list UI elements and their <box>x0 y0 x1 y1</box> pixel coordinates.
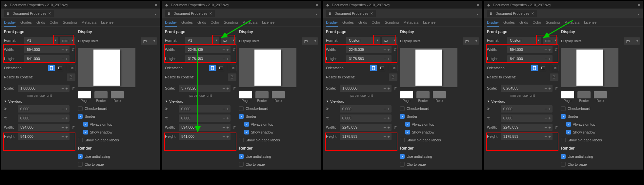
viewbox-header[interactable]: ▼Viewbox <box>487 99 558 103</box>
border-color-swatch[interactable] <box>416 91 430 98</box>
use-antialiasing-checkbox[interactable]: ✓ <box>561 154 566 159</box>
minus-icon[interactable]: − <box>61 107 64 112</box>
checkerboard-checkbox[interactable] <box>400 106 405 111</box>
orientation-portrait-button[interactable] <box>531 65 538 71</box>
show-shadow-checkbox[interactable]: ✓ <box>244 130 249 134</box>
display-units-dropdown[interactable]: px▼ <box>463 37 479 45</box>
resize-to-content-button[interactable]: 🗋 <box>550 73 558 81</box>
orientation-pages-button[interactable]: ⧉ <box>69 65 75 71</box>
desk-color-swatch[interactable] <box>272 91 285 98</box>
chevron-down-icon[interactable]: ⌄ <box>476 11 479 16</box>
format-dropdown[interactable]: Custom▼ <box>346 37 380 44</box>
plus-icon[interactable]: + <box>65 107 68 112</box>
width-input[interactable]: 594.000−+ <box>507 46 553 53</box>
minus-icon[interactable]: − <box>61 47 64 52</box>
minus-icon[interactable]: − <box>61 116 64 121</box>
checkerboard-checkbox[interactable] <box>78 106 83 111</box>
show-big-page-labels-checkbox[interactable] <box>239 138 244 142</box>
viewbox-header[interactable]: ▼Viewbox <box>165 99 236 103</box>
lock-icon[interactable]: ⇵ <box>232 125 236 130</box>
width-input[interactable]: 2245.039−+ <box>346 46 392 53</box>
height-input[interactable]: 841.000 −+ <box>24 55 70 62</box>
plus-icon[interactable]: + <box>65 134 68 139</box>
minus-icon[interactable]: − <box>383 107 386 112</box>
lock-icon[interactable]: ⇵ <box>71 125 75 130</box>
minus-icon[interactable]: − <box>222 116 225 121</box>
viewbox-x-input[interactable]: 0.000−+ <box>179 105 231 113</box>
tab-guides[interactable]: Guides <box>181 19 193 27</box>
show-big-page-labels-checkbox[interactable] <box>78 138 83 142</box>
page-unit-dropdown[interactable]: mm▼ <box>543 37 558 44</box>
minus-icon[interactable]: − <box>383 56 386 61</box>
display-units-dropdown[interactable]: px ▼ <box>141 37 157 45</box>
clip-to-page-checkbox[interactable] <box>239 162 244 167</box>
chevron-down-icon[interactable]: ⌄ <box>637 11 640 16</box>
lock-icon[interactable]: ⇵ <box>71 48 75 52</box>
minus-icon[interactable]: − <box>544 56 547 61</box>
lock-icon[interactable]: ⇵ <box>554 125 558 130</box>
height-input[interactable]: 3178.583−+ <box>185 55 231 62</box>
always-on-top-checkbox[interactable]: ✓ <box>566 122 571 127</box>
minus-icon[interactable]: − <box>383 47 386 52</box>
orientation-landscape-button[interactable] <box>540 65 546 71</box>
minus-icon[interactable]: − <box>383 86 386 91</box>
tab-display[interactable]: Display <box>326 19 338 27</box>
tab-scripting[interactable]: Scripting <box>546 19 560 27</box>
use-antialiasing-checkbox[interactable]: ✓ <box>400 154 405 159</box>
plus-icon[interactable]: + <box>548 56 551 61</box>
tab-metadata[interactable]: Metadata <box>81 19 96 27</box>
minus-icon[interactable]: − <box>222 47 225 52</box>
close-icon[interactable]: ✕ <box>315 3 319 8</box>
orientation-landscape-button[interactable] <box>57 65 63 71</box>
orientation-landscape-button[interactable] <box>218 65 224 71</box>
dock-tab-document-properties[interactable]: 🗎 Document Properties ✕ <box>326 10 376 17</box>
border-checkbox[interactable]: ✓ <box>78 114 83 119</box>
clip-to-page-checkbox[interactable] <box>561 162 566 167</box>
plus-icon[interactable]: + <box>65 56 68 61</box>
plus-icon[interactable]: + <box>387 116 390 121</box>
minus-icon[interactable]: − <box>544 47 547 52</box>
plus-icon[interactable]: + <box>226 86 229 91</box>
viewbox-width-input[interactable]: 2245.039−+ <box>340 124 392 131</box>
page-color-swatch[interactable] <box>561 91 574 98</box>
chevron-down-icon[interactable]: ⌄ <box>154 11 157 16</box>
viewbox-x-input[interactable]: 0.000−+ <box>340 105 392 113</box>
tab-metadata[interactable]: Metadata <box>242 19 257 27</box>
clip-to-page-checkbox[interactable] <box>78 162 83 167</box>
show-shadow-checkbox[interactable]: ✓ <box>83 130 88 134</box>
tab-grids[interactable]: Grids <box>519 19 528 27</box>
tab-close-icon[interactable]: ✕ <box>531 11 534 16</box>
tab-close-icon[interactable]: ✕ <box>48 11 51 16</box>
viewbox-width-input[interactable]: 594.000 −+ <box>18 124 70 131</box>
tab-grids[interactable]: Grids <box>197 19 206 27</box>
close-icon[interactable]: ✕ <box>154 3 158 8</box>
plus-icon[interactable]: + <box>387 134 390 139</box>
clip-to-page-checkbox[interactable] <box>400 162 405 167</box>
plus-icon[interactable]: + <box>226 47 229 52</box>
viewbox-width-input[interactable]: 594.000−+ <box>179 124 231 131</box>
plus-icon[interactable]: + <box>387 47 390 52</box>
plus-icon[interactable]: + <box>387 86 390 91</box>
plus-icon[interactable]: + <box>226 56 229 61</box>
minus-icon[interactable]: − <box>61 125 64 130</box>
tab-color[interactable]: Color <box>533 19 541 27</box>
plus-icon[interactable]: + <box>226 107 229 112</box>
close-icon[interactable]: ✕ <box>476 3 480 8</box>
lock-icon[interactable]: ⇵ <box>554 48 558 52</box>
resize-to-content-button[interactable]: 🗋 <box>389 73 397 81</box>
minus-icon[interactable]: − <box>222 134 225 139</box>
plus-icon[interactable]: + <box>548 134 551 139</box>
minus-icon[interactable]: − <box>222 86 225 91</box>
always-on-top-checkbox[interactable]: ✓ <box>83 122 88 127</box>
tab-grids[interactable]: Grids <box>36 19 45 27</box>
viewbox-y-input[interactable]: 0.000−+ <box>179 114 231 122</box>
orientation-pages-button[interactable]: ⧉ <box>391 65 397 71</box>
orientation-pages-button[interactable]: ⧉ <box>552 65 558 71</box>
plus-icon[interactable]: + <box>65 116 68 121</box>
dock-tab-document-properties[interactable]: 🗎 Document Properties ✕ <box>165 10 215 17</box>
plus-icon[interactable]: + <box>226 116 229 121</box>
plus-icon[interactable]: + <box>548 86 551 91</box>
lock-icon[interactable]: ⇵ <box>232 86 236 91</box>
tab-scripting[interactable]: Scripting <box>385 19 399 27</box>
resize-to-content-button[interactable]: 🗋 <box>67 73 75 81</box>
